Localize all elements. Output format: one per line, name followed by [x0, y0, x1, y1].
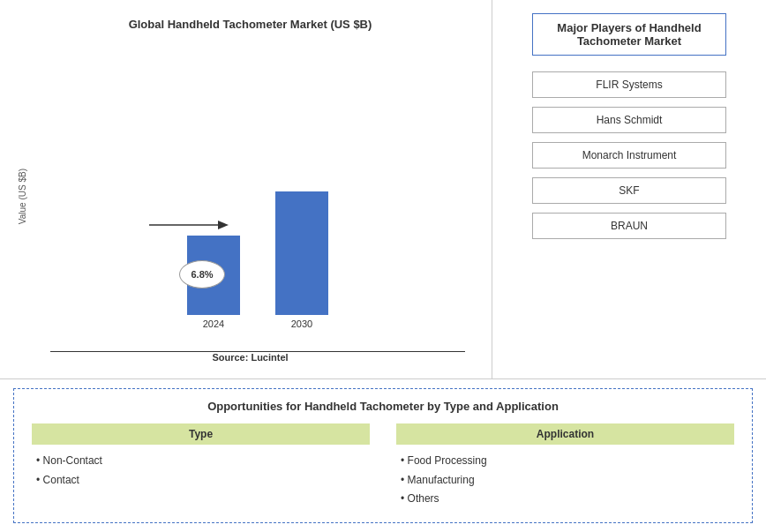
bottom-section: Opportunities for Handheld Tachometer by… [13, 388, 753, 523]
bottom-columns: Type Non-Contact Contact Application Foo… [32, 423, 734, 509]
growth-bubble: 6.8% [179, 260, 225, 288]
main-container: Global Handheld Tachometer Market (US $B… [0, 0, 766, 532]
chart-inner: 6.8% 2024 [33, 191, 483, 352]
player-monarch: Monarch Instrument [532, 142, 726, 169]
type-item-0: Non-Contact [36, 452, 370, 471]
chart-wrapper: Value (US $B) 6.8% [18, 40, 483, 352]
chart-area: Global Handheld Tachometer Market (US $B… [0, 0, 492, 378]
major-players-title-line1: Major Players of Handheld [551, 21, 708, 34]
bar-group-2030: 2030 [275, 191, 328, 329]
chart-title: Global Handheld Tachometer Market (US $B… [129, 18, 372, 31]
player-hans: Hans Schmidt [532, 107, 726, 133]
right-panel: Major Players of Handheld Tachometer Mar… [492, 0, 766, 378]
growth-label: 6.8% [191, 269, 213, 280]
player-flir: FLIR Systems [532, 71, 726, 98]
top-section: Global Handheld Tachometer Market (US $B… [0, 0, 766, 379]
svg-marker-1 [218, 221, 229, 229]
major-players-box: Major Players of Handheld Tachometer Mar… [532, 13, 726, 56]
app-item-0: Food Processing [401, 452, 734, 471]
player-braun: BRAUN [532, 213, 726, 239]
app-item-1: Manufacturing [401, 471, 734, 491]
bars-container: 6.8% 2024 [33, 191, 483, 351]
y-axis-label: Value (US $B) [18, 169, 27, 224]
major-players-title-line2: Tachometer Market [551, 34, 708, 48]
bar-label-2030: 2030 [291, 318, 312, 329]
x-axis-line [50, 351, 465, 352]
application-column: Application Food Processing Manufacturin… [396, 423, 734, 509]
type-column: Type Non-Contact Contact [32, 423, 370, 509]
application-items: Food Processing Manufacturing Others [396, 452, 734, 509]
player-skf: SKF [532, 177, 726, 204]
bottom-title: Opportunities for Handheld Tachometer by… [32, 400, 734, 413]
type-header: Type [32, 423, 370, 445]
bar-2030 [275, 191, 328, 315]
type-items: Non-Contact Contact [32, 452, 370, 490]
bar-label-2024: 2024 [203, 318, 224, 329]
type-item-1: Contact [36, 471, 370, 491]
app-item-2: Others [401, 490, 734, 509]
arrow-svg [149, 216, 229, 234]
source-text: Source: Lucintel [212, 352, 288, 370]
application-header: Application [396, 423, 734, 445]
